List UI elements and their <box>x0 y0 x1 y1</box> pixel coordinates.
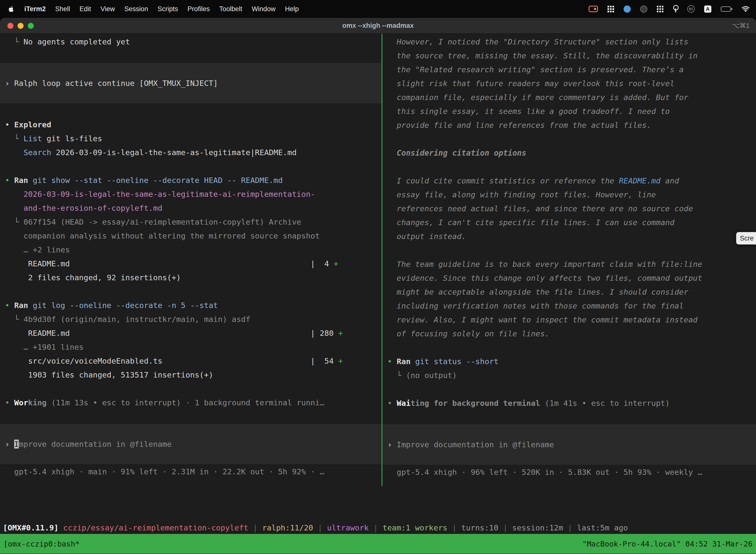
window-title: omx --xhigh --madmax <box>342 22 414 30</box>
menu-item-view[interactable]: View <box>96 5 120 13</box>
left-pane[interactable]: └ No agents completed yet› Ralph loop ac… <box>0 34 381 486</box>
terminal-line: 1903 files changed, 513517 insertions(+) <box>5 368 377 382</box>
menu-items: ShellEditViewSessionScriptsProfilesToolb… <box>51 5 304 13</box>
thinking-heading-line: Considering citation options <box>387 146 751 160</box>
blank-line <box>5 382 377 396</box>
terminal-line: the source tree, missing the essay. Stil… <box>387 49 751 63</box>
menu-item-edit[interactable]: Edit <box>75 5 96 13</box>
terminal-line: └ List git ls-files <box>5 131 377 146</box>
terminal-line: and-the-erosion-of-copyleft.md <box>5 201 377 215</box>
gauge-icon[interactable]: 61 <box>687 5 695 13</box>
terminal-line: companion file, especially if more comme… <box>387 90 751 104</box>
terminal-window: └ No agents completed yet› Ralph loop ac… <box>0 34 756 554</box>
terminal-line: … +2 lines <box>5 243 377 257</box>
menu-status-icons: 61 A <box>588 5 750 13</box>
terminal-line: slight risk that future readers may over… <box>387 76 751 90</box>
battery-icon[interactable] <box>721 6 732 12</box>
menu-left: iTerm2 ShellEditViewSessionScriptsProfil… <box>6 5 303 13</box>
blank-line <box>5 409 377 424</box>
terminal-line: review. Also, I might want to inspect th… <box>387 313 751 327</box>
terminal-line: … +1901 lines <box>5 340 377 354</box>
blank-line <box>387 410 751 424</box>
terminal-line: including verification notes with those … <box>387 299 751 313</box>
omx-status-line: [OMX#0.11.9] cczip/essay/ai-reimplementa… <box>3 521 753 535</box>
prompt-input-box[interactable]: › Improve documentation in @filename <box>0 424 381 465</box>
terminal-line: 2026-03-09-is-legal-the-same-as-legitima… <box>5 187 377 201</box>
menu-item-window[interactable]: Window <box>247 5 280 13</box>
ran-git-show-line: • Ran git show --stat --oneline --decora… <box>5 173 377 187</box>
terminal-line: └ 067f154 (HEAD -> essay/ai-reimplementa… <box>5 215 377 229</box>
blank-line <box>5 49 377 63</box>
screen: iTerm2 ShellEditViewSessionScriptsProfil… <box>0 0 756 554</box>
terminal-line: The team guideline is to back every impo… <box>387 257 751 271</box>
dots-grid-icon[interactable] <box>657 6 664 12</box>
blank-line <box>387 382 751 396</box>
terminal-line: └ (no output) <box>387 368 751 382</box>
menu-item-help[interactable]: Help <box>280 5 304 13</box>
model-status-line: gpt-5.4 xhigh · 96% left · 520K in · 5.8… <box>387 465 751 479</box>
terminal-line: evidence. Since this change only affects… <box>387 271 751 285</box>
screen-float-tab-label: Scre <box>740 234 754 242</box>
blank-line <box>5 104 377 118</box>
menu-item-toolbelt[interactable]: Toolbelt <box>214 5 247 13</box>
terminal-line: of focusing solely on file lines. <box>387 327 751 340</box>
terminal-line: README.md | 4 + <box>5 257 377 271</box>
ran-git-status-line: • Ran git status --short <box>387 354 751 368</box>
tmux-status-bar: [omx-cczip0:bash* "MacBook-Pro-44.local"… <box>0 534 756 554</box>
terminal-panes: └ No agents completed yet› Ralph loop ac… <box>0 34 756 486</box>
ran-git-log-line: • Ran git log --oneline --decorate -n 5 … <box>5 298 377 312</box>
menu-item-session[interactable]: Session <box>120 5 153 13</box>
terminal-line: 2 files changed, 92 insertions(+) <box>5 271 377 284</box>
menu-bar: iTerm2 ShellEditViewSessionScriptsProfil… <box>0 0 756 18</box>
terminal-line: changes, I can't cite specific file line… <box>387 215 751 229</box>
blank-line <box>387 132 751 146</box>
minimize-button[interactable] <box>18 23 23 29</box>
grid-app-icon[interactable] <box>608 6 614 12</box>
right-pane[interactable]: However, I noticed the "Directory Struct… <box>382 34 756 486</box>
terminal-line: output instead. <box>387 229 751 243</box>
terminal-line: src/voice/voiceModeEnabled.ts | 54 + <box>5 354 377 368</box>
ralph-inject-box[interactable]: › Ralph loop active continue [OMX_TMUX_I… <box>0 63 381 104</box>
waiting-status-line: • Waiting for background terminal (1m 41… <box>387 396 751 410</box>
blank-line <box>387 243 751 257</box>
terminal-line: the "Related research writing" section i… <box>387 63 751 76</box>
tmux-session-label[interactable]: [omx-cczip0:bash* <box>3 540 80 548</box>
window-controls <box>7 23 34 29</box>
blank-line <box>5 284 377 298</box>
terminal-line: companion analysis without altering the … <box>5 229 377 243</box>
terminal-line: Search 2026-03-09-is-legal-the-same-as-l… <box>5 146 377 159</box>
terminal-line: might be acceptable alongside the file l… <box>387 285 751 299</box>
dark-app-icon[interactable] <box>640 5 647 13</box>
menu-item-scripts[interactable]: Scripts <box>153 5 183 13</box>
screen-float-tab[interactable]: Scre <box>736 232 756 244</box>
menu-item-profiles[interactable]: Profiles <box>183 5 214 13</box>
blue-app-icon[interactable] <box>624 5 631 13</box>
omx-status-bar: [OMX#0.11.9] cczip/essay/ai-reimplementa… <box>0 486 756 534</box>
blank-line <box>387 340 751 354</box>
apple-menu-icon[interactable] <box>6 5 19 13</box>
blank-line <box>5 159 377 173</box>
window-shortcut-badge: ⌥⌘1 <box>732 22 750 30</box>
menu-item-iterm2[interactable]: iTerm2 <box>19 5 51 13</box>
model-status-line: gpt-5.4 xhigh · main · 91% left · 2.31M … <box>5 465 377 479</box>
prompt-input-box[interactable]: › Improve documentation in @filename <box>382 424 756 465</box>
terminal-line: provide file and line references from th… <box>387 118 751 132</box>
agents-status-line: └ No agents completed yet <box>5 35 377 49</box>
tmux-host-clock-label: "MacBook-Pro-44.local" 04:52 31-Mar-26 <box>582 540 753 548</box>
wifi-icon[interactable] <box>742 6 750 12</box>
close-button[interactable] <box>7 23 13 29</box>
screen-recording-icon[interactable] <box>588 6 598 12</box>
terminal-line: README.md | 280 + <box>5 326 377 340</box>
input-source-icon[interactable]: A <box>704 5 711 13</box>
title-bar: omx --xhigh --madmax ⌥⌘1 <box>0 18 756 34</box>
terminal-line: references need actual files, and since … <box>387 202 751 215</box>
key-icon[interactable] <box>673 5 678 13</box>
menu-item-shell[interactable]: Shell <box>51 5 75 13</box>
terminal-line: └ 4b9d30f (origin/main, instructkr/main,… <box>5 312 377 326</box>
terminal-line: However, I noticed the "Directory Struct… <box>387 35 751 49</box>
zoom-button[interactable] <box>28 23 34 29</box>
terminal-line: this single essay, it seems like a good … <box>387 104 751 118</box>
terminal-line: essay file, along with finding root file… <box>387 188 751 202</box>
blank-line <box>387 160 751 174</box>
terminal-line: I could cite commit statistics or refere… <box>387 174 751 188</box>
